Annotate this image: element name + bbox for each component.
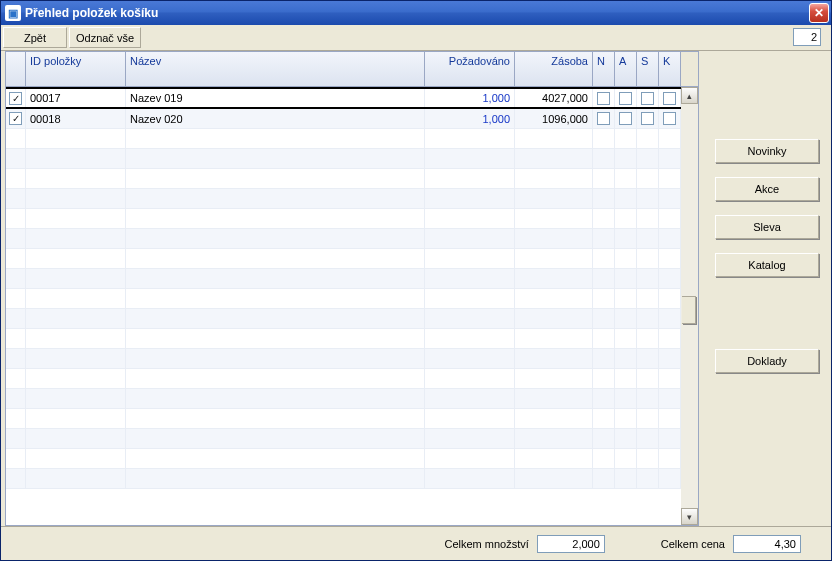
back-button[interactable]: Zpět <box>3 27 67 48</box>
empty-cell <box>637 389 659 408</box>
empty-cell <box>593 329 615 348</box>
col-header-a[interactable]: A <box>615 52 637 86</box>
col-header-check[interactable] <box>6 52 26 86</box>
cell-k[interactable] <box>659 109 681 128</box>
empty-cell <box>126 189 425 208</box>
col-header-n[interactable]: N <box>593 52 615 86</box>
empty-cell <box>515 469 593 488</box>
scroll-up-button[interactable]: ▴ <box>681 87 698 104</box>
empty-cell <box>593 469 615 488</box>
empty-cell <box>659 449 681 468</box>
empty-cell <box>593 349 615 368</box>
empty-cell <box>126 209 425 228</box>
cell-n[interactable] <box>593 89 615 107</box>
chevron-up-icon: ▴ <box>687 91 692 101</box>
deselect-all-button[interactable]: Odznač vše <box>69 27 141 48</box>
empty-cell <box>26 409 126 428</box>
cell-check[interactable]: ✓ <box>6 109 26 128</box>
flag-n-checkbox[interactable] <box>597 92 610 105</box>
empty-cell <box>659 309 681 328</box>
cell-s[interactable] <box>637 109 659 128</box>
empty-cell <box>637 169 659 188</box>
sleva-button[interactable]: Sleva <box>715 215 819 239</box>
empty-cell <box>515 329 593 348</box>
empty-cell <box>615 209 637 228</box>
table-row[interactable]: ✓00017Nazev 0191,0004027,000 <box>6 87 681 109</box>
empty-cell <box>26 289 126 308</box>
row-checkbox[interactable]: ✓ <box>9 92 22 105</box>
empty-cell <box>515 389 593 408</box>
cell-a[interactable] <box>615 89 637 107</box>
empty-cell <box>637 369 659 388</box>
cell-check[interactable]: ✓ <box>6 89 26 107</box>
empty-cell <box>659 369 681 388</box>
katalog-button[interactable]: Katalog <box>715 253 819 277</box>
col-header-requested[interactable]: Požadováno <box>425 52 515 86</box>
scroll-down-button[interactable]: ▾ <box>681 508 698 525</box>
table-row <box>6 349 681 369</box>
col-header-id[interactable]: ID položky <box>26 52 126 86</box>
empty-cell <box>593 129 615 148</box>
empty-cell <box>615 309 637 328</box>
empty-cell <box>26 469 126 488</box>
flag-a-checkbox[interactable] <box>619 92 632 105</box>
empty-cell <box>515 249 593 268</box>
panel-tab-stub[interactable] <box>682 296 696 324</box>
empty-cell <box>515 209 593 228</box>
col-header-name[interactable]: Název <box>126 52 425 86</box>
empty-cell <box>6 469 26 488</box>
flag-k-checkbox[interactable] <box>663 112 676 125</box>
flag-s-checkbox[interactable] <box>641 112 654 125</box>
empty-cell <box>6 269 26 288</box>
total-qty-field[interactable] <box>537 535 605 553</box>
empty-cell <box>615 429 637 448</box>
doklady-button[interactable]: Doklady <box>715 349 819 373</box>
cell-k[interactable] <box>659 89 681 107</box>
empty-cell <box>26 209 126 228</box>
akce-button[interactable]: Akce <box>715 177 819 201</box>
cell-n[interactable] <box>593 109 615 128</box>
empty-cell <box>126 289 425 308</box>
empty-cell <box>6 169 26 188</box>
col-header-k[interactable]: K <box>659 52 681 86</box>
col-header-s[interactable]: S <box>637 52 659 86</box>
empty-cell <box>26 349 126 368</box>
empty-cell <box>6 289 26 308</box>
empty-cell <box>659 329 681 348</box>
empty-cell <box>425 169 515 188</box>
grid-header: ID položky Název Požadováno Zásoba N A S… <box>5 51 699 87</box>
close-button[interactable]: ✕ <box>809 3 829 23</box>
empty-cell <box>6 309 26 328</box>
col-header-stock[interactable]: Zásoba <box>515 52 593 86</box>
empty-cell <box>515 369 593 388</box>
row-checkbox[interactable]: ✓ <box>9 112 22 125</box>
empty-cell <box>126 449 425 468</box>
titlebar: ▣ Přehled položek košíku ✕ <box>1 1 831 25</box>
col-header-scroll <box>681 52 698 86</box>
empty-cell <box>6 129 26 148</box>
cell-s[interactable] <box>637 89 659 107</box>
table-row[interactable]: ✓00018Nazev 0201,0001096,000 <box>6 109 681 129</box>
empty-cell <box>26 169 126 188</box>
empty-cell <box>637 189 659 208</box>
flag-s-checkbox[interactable] <box>641 92 654 105</box>
cell-id: 00017 <box>26 89 126 107</box>
empty-cell <box>425 129 515 148</box>
table-row <box>6 229 681 249</box>
empty-cell <box>425 189 515 208</box>
table-row <box>6 449 681 469</box>
flag-k-checkbox[interactable] <box>663 92 676 105</box>
cell-a[interactable] <box>615 109 637 128</box>
empty-cell <box>425 269 515 288</box>
flag-n-checkbox[interactable] <box>597 112 610 125</box>
novinky-button[interactable]: Novinky <box>715 139 819 163</box>
empty-cell <box>6 329 26 348</box>
table-row <box>6 309 681 329</box>
empty-cell <box>126 389 425 408</box>
flag-a-checkbox[interactable] <box>619 112 632 125</box>
item-count-field[interactable] <box>793 28 821 46</box>
empty-cell <box>126 129 425 148</box>
total-price-field[interactable] <box>733 535 801 553</box>
empty-cell <box>637 229 659 248</box>
empty-cell <box>6 389 26 408</box>
